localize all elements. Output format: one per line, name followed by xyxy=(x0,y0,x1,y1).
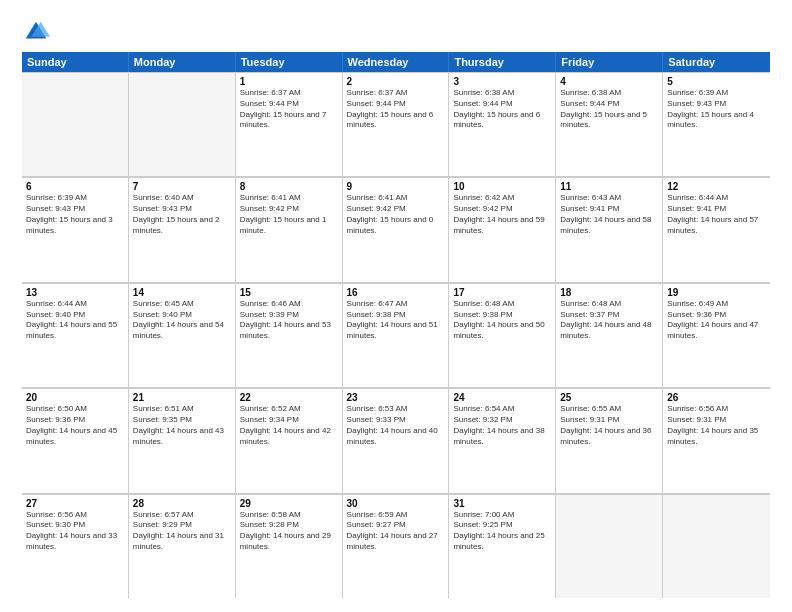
weekday-header: Friday xyxy=(556,52,663,72)
day-number: 13 xyxy=(26,287,124,298)
calendar-cell: 22Sunrise: 6:52 AM Sunset: 9:34 PM Dayli… xyxy=(236,388,343,492)
day-number: 29 xyxy=(240,498,338,509)
day-number: 21 xyxy=(133,392,231,403)
calendar-row: 20Sunrise: 6:50 AM Sunset: 9:36 PM Dayli… xyxy=(22,388,770,493)
day-number: 6 xyxy=(26,181,124,192)
cell-info: Sunrise: 6:48 AM Sunset: 9:38 PM Dayligh… xyxy=(453,299,551,342)
calendar-cell xyxy=(663,494,770,598)
cell-info: Sunrise: 6:57 AM Sunset: 9:29 PM Dayligh… xyxy=(133,510,231,553)
calendar-cell: 23Sunrise: 6:53 AM Sunset: 9:33 PM Dayli… xyxy=(343,388,450,492)
calendar-row: 13Sunrise: 6:44 AM Sunset: 9:40 PM Dayli… xyxy=(22,283,770,388)
day-number: 14 xyxy=(133,287,231,298)
cell-info: Sunrise: 6:39 AM Sunset: 9:43 PM Dayligh… xyxy=(26,193,124,236)
calendar: SundayMondayTuesdayWednesdayThursdayFrid… xyxy=(22,52,770,598)
weekday-header: Sunday xyxy=(22,52,129,72)
day-number: 24 xyxy=(453,392,551,403)
weekday-header: Saturday xyxy=(663,52,770,72)
cell-info: Sunrise: 6:43 AM Sunset: 9:41 PM Dayligh… xyxy=(560,193,658,236)
calendar-cell: 5Sunrise: 6:39 AM Sunset: 9:43 PM Daylig… xyxy=(663,72,770,176)
day-number: 1 xyxy=(240,76,338,87)
day-number: 16 xyxy=(347,287,445,298)
calendar-cell: 10Sunrise: 6:42 AM Sunset: 9:42 PM Dayli… xyxy=(449,177,556,281)
day-number: 11 xyxy=(560,181,658,192)
day-number: 27 xyxy=(26,498,124,509)
day-number: 9 xyxy=(347,181,445,192)
calendar-cell: 30Sunrise: 6:59 AM Sunset: 9:27 PM Dayli… xyxy=(343,494,450,598)
day-number: 22 xyxy=(240,392,338,403)
day-number: 19 xyxy=(667,287,766,298)
cell-info: Sunrise: 6:37 AM Sunset: 9:44 PM Dayligh… xyxy=(347,88,445,131)
calendar-cell: 31Sunrise: 7:00 AM Sunset: 9:25 PM Dayli… xyxy=(449,494,556,598)
calendar-row: 1Sunrise: 6:37 AM Sunset: 9:44 PM Daylig… xyxy=(22,72,770,177)
calendar-cell: 9Sunrise: 6:41 AM Sunset: 9:42 PM Daylig… xyxy=(343,177,450,281)
logo xyxy=(22,18,54,46)
calendar-cell: 11Sunrise: 6:43 AM Sunset: 9:41 PM Dayli… xyxy=(556,177,663,281)
calendar-cell: 29Sunrise: 6:58 AM Sunset: 9:28 PM Dayli… xyxy=(236,494,343,598)
calendar-row: 27Sunrise: 6:56 AM Sunset: 9:30 PM Dayli… xyxy=(22,494,770,598)
cell-info: Sunrise: 6:38 AM Sunset: 9:44 PM Dayligh… xyxy=(560,88,658,131)
cell-info: Sunrise: 6:44 AM Sunset: 9:41 PM Dayligh… xyxy=(667,193,766,236)
calendar-cell: 7Sunrise: 6:40 AM Sunset: 9:43 PM Daylig… xyxy=(129,177,236,281)
calendar-body: 1Sunrise: 6:37 AM Sunset: 9:44 PM Daylig… xyxy=(22,72,770,598)
calendar-cell: 27Sunrise: 6:56 AM Sunset: 9:30 PM Dayli… xyxy=(22,494,129,598)
header xyxy=(22,18,770,46)
cell-info: Sunrise: 6:44 AM Sunset: 9:40 PM Dayligh… xyxy=(26,299,124,342)
calendar-cell: 2Sunrise: 6:37 AM Sunset: 9:44 PM Daylig… xyxy=(343,72,450,176)
day-number: 25 xyxy=(560,392,658,403)
day-number: 7 xyxy=(133,181,231,192)
calendar-cell: 6Sunrise: 6:39 AM Sunset: 9:43 PM Daylig… xyxy=(22,177,129,281)
weekday-header: Wednesday xyxy=(343,52,450,72)
calendar-header: SundayMondayTuesdayWednesdayThursdayFrid… xyxy=(22,52,770,72)
day-number: 26 xyxy=(667,392,766,403)
calendar-cell: 24Sunrise: 6:54 AM Sunset: 9:32 PM Dayli… xyxy=(449,388,556,492)
calendar-cell: 25Sunrise: 6:55 AM Sunset: 9:31 PM Dayli… xyxy=(556,388,663,492)
calendar-cell: 26Sunrise: 6:56 AM Sunset: 9:31 PM Dayli… xyxy=(663,388,770,492)
cell-info: Sunrise: 6:40 AM Sunset: 9:43 PM Dayligh… xyxy=(133,193,231,236)
day-number: 31 xyxy=(453,498,551,509)
day-number: 8 xyxy=(240,181,338,192)
weekday-header: Monday xyxy=(129,52,236,72)
cell-info: Sunrise: 6:58 AM Sunset: 9:28 PM Dayligh… xyxy=(240,510,338,553)
cell-info: Sunrise: 6:55 AM Sunset: 9:31 PM Dayligh… xyxy=(560,404,658,447)
calendar-cell: 16Sunrise: 6:47 AM Sunset: 9:38 PM Dayli… xyxy=(343,283,450,387)
day-number: 3 xyxy=(453,76,551,87)
calendar-cell: 28Sunrise: 6:57 AM Sunset: 9:29 PM Dayli… xyxy=(129,494,236,598)
cell-info: Sunrise: 6:48 AM Sunset: 9:37 PM Dayligh… xyxy=(560,299,658,342)
calendar-cell xyxy=(556,494,663,598)
calendar-cell xyxy=(22,72,129,176)
day-number: 28 xyxy=(133,498,231,509)
calendar-cell: 12Sunrise: 6:44 AM Sunset: 9:41 PM Dayli… xyxy=(663,177,770,281)
cell-info: Sunrise: 6:54 AM Sunset: 9:32 PM Dayligh… xyxy=(453,404,551,447)
day-number: 12 xyxy=(667,181,766,192)
day-number: 15 xyxy=(240,287,338,298)
calendar-cell: 19Sunrise: 6:49 AM Sunset: 9:36 PM Dayli… xyxy=(663,283,770,387)
cell-info: Sunrise: 6:45 AM Sunset: 9:40 PM Dayligh… xyxy=(133,299,231,342)
cell-info: Sunrise: 6:52 AM Sunset: 9:34 PM Dayligh… xyxy=(240,404,338,447)
day-number: 20 xyxy=(26,392,124,403)
day-number: 5 xyxy=(667,76,766,87)
weekday-header: Thursday xyxy=(449,52,556,72)
calendar-row: 6Sunrise: 6:39 AM Sunset: 9:43 PM Daylig… xyxy=(22,177,770,282)
cell-info: Sunrise: 6:47 AM Sunset: 9:38 PM Dayligh… xyxy=(347,299,445,342)
cell-info: Sunrise: 6:59 AM Sunset: 9:27 PM Dayligh… xyxy=(347,510,445,553)
cell-info: Sunrise: 6:41 AM Sunset: 9:42 PM Dayligh… xyxy=(240,193,338,236)
day-number: 30 xyxy=(347,498,445,509)
calendar-cell xyxy=(129,72,236,176)
cell-info: Sunrise: 6:42 AM Sunset: 9:42 PM Dayligh… xyxy=(453,193,551,236)
cell-info: Sunrise: 6:56 AM Sunset: 9:31 PM Dayligh… xyxy=(667,404,766,447)
day-number: 18 xyxy=(560,287,658,298)
cell-info: Sunrise: 6:56 AM Sunset: 9:30 PM Dayligh… xyxy=(26,510,124,553)
calendar-cell: 17Sunrise: 6:48 AM Sunset: 9:38 PM Dayli… xyxy=(449,283,556,387)
cell-info: Sunrise: 6:49 AM Sunset: 9:36 PM Dayligh… xyxy=(667,299,766,342)
calendar-cell: 4Sunrise: 6:38 AM Sunset: 9:44 PM Daylig… xyxy=(556,72,663,176)
cell-info: Sunrise: 6:39 AM Sunset: 9:43 PM Dayligh… xyxy=(667,88,766,131)
calendar-cell: 3Sunrise: 6:38 AM Sunset: 9:44 PM Daylig… xyxy=(449,72,556,176)
day-number: 4 xyxy=(560,76,658,87)
weekday-header: Tuesday xyxy=(236,52,343,72)
cell-info: Sunrise: 6:38 AM Sunset: 9:44 PM Dayligh… xyxy=(453,88,551,131)
calendar-cell: 8Sunrise: 6:41 AM Sunset: 9:42 PM Daylig… xyxy=(236,177,343,281)
cell-info: Sunrise: 6:50 AM Sunset: 9:36 PM Dayligh… xyxy=(26,404,124,447)
cell-info: Sunrise: 6:37 AM Sunset: 9:44 PM Dayligh… xyxy=(240,88,338,131)
day-number: 2 xyxy=(347,76,445,87)
day-number: 23 xyxy=(347,392,445,403)
